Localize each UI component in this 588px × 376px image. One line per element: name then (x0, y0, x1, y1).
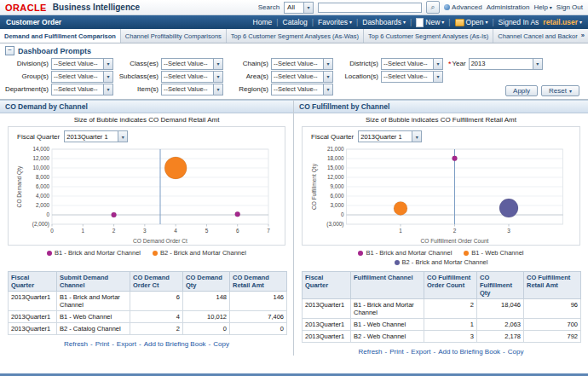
apply-button[interactable]: Apply (505, 85, 538, 96)
co-fulfillment-panel-title: CO Fulfillment by Channel (294, 100, 588, 113)
class-value: --Select Value-- (162, 60, 213, 67)
oracle-logo: ORACLE (5, 3, 47, 13)
fulfillment-fiscal-quarter-select[interactable]: 2013Quarter 1 ▾ (358, 130, 422, 142)
open-folder-icon (455, 19, 464, 26)
co-demand-subtitle: Size of Bubble indicates CO Demand Retai… (0, 113, 293, 125)
region-select[interactable]: --Select Value-- ▾ (271, 84, 333, 95)
legend-item: B2 - Brick and Mortar Channel (395, 258, 488, 266)
search-scope-select[interactable]: All ▾ (284, 2, 314, 14)
svg-text:1: 1 (399, 228, 402, 234)
print-link[interactable]: Print (95, 340, 109, 348)
subclass-select[interactable]: --Select Value-- ▾ (161, 71, 223, 83)
reset-button[interactable]: Reset ▾ (541, 85, 579, 96)
table-cell: 2013Quarter1 (303, 331, 351, 343)
signed-in-user-menu[interactable]: retail.user ▾ (543, 18, 582, 26)
legend-label: B1 - Web Channel (471, 249, 523, 257)
area-select[interactable]: --Select Value-- ▾ (271, 71, 333, 83)
favorites-label: Favorites (318, 18, 348, 26)
refresh-link[interactable]: Refresh (359, 348, 383, 356)
caret-down-icon: ▾ (213, 72, 222, 82)
svg-text:0: 0 (50, 228, 54, 234)
legend-item: B2 - Brick and Mortar Channel (153, 249, 246, 257)
item-select[interactable]: --Select Value-- ▾ (161, 84, 223, 95)
table-cell: 1 (424, 319, 477, 331)
table-header-row: Fiscal Quarter Submit Demand Channel CO … (9, 272, 287, 292)
nav-home[interactable]: Home (253, 18, 273, 26)
copy-link[interactable]: Copy (508, 348, 524, 356)
svg-text:3,000: 3,000 (331, 202, 344, 208)
group-select[interactable]: --Select Value-- ▾ (51, 71, 113, 83)
caret-down-icon: ▾ (485, 20, 487, 25)
nav-favorites-menu[interactable]: Favorites ▾ (318, 18, 352, 26)
username: retail.user (543, 18, 578, 26)
subclass-value: --Select Value-- (162, 72, 213, 80)
svg-text:6,000: 6,000 (36, 183, 49, 189)
copy-link[interactable]: Copy (213, 340, 229, 348)
search-input[interactable] (318, 3, 422, 13)
caret-down-icon: ▾ (323, 72, 332, 82)
fiscal-quarter-value: 2013Quarter 1 (359, 133, 412, 141)
caret-down-icon: ▾ (403, 20, 406, 25)
help-menu[interactable]: Help ▾ (533, 3, 551, 11)
column-header: CO Fulfillment Retail Amt (524, 272, 581, 299)
class-select[interactable]: --Select Value-- ▾ (161, 58, 223, 70)
caret-down-icon: ▾ (441, 20, 444, 25)
search-go-button[interactable]: ⌕ (426, 1, 440, 14)
demand-fiscal-quarter-select[interactable]: 2013Quarter 1 ▾ (64, 130, 128, 142)
tab-top6-segment-analyses-as-is[interactable]: Top 6 Customer Segment Analyses (As-Is) (364, 29, 493, 43)
collapse-section-icon[interactable]: − (5, 46, 14, 55)
export-link[interactable]: Export (117, 340, 136, 348)
demand-bubble-chart[interactable]: (2,000)02,0004,0006,0008,00010,00012,000… (10, 144, 283, 245)
table-cell: 700 (524, 319, 581, 331)
table-cell: 0 (230, 323, 287, 335)
tab-channel-profitability-comparisons[interactable]: Channel Profitability Comparisons (121, 29, 227, 43)
add-to-briefing-book-link[interactable]: Add to Briefing Book (438, 348, 500, 356)
global-navbar: Customer Order Home | Catalog | Favorite… (0, 15, 588, 29)
co-fulfillment-chart-view: Fiscal Quarter 2013Quarter 1 ▾ (3,000)03… (302, 126, 580, 246)
search-icon: ⌕ (431, 3, 435, 12)
caret-down-icon: ▾ (323, 59, 332, 69)
column-header: CO Fulfillment Order Count (424, 272, 477, 299)
tab-channel-cancel-backorder-correlation[interactable]: Channel Cancel and Backorder Correlation (493, 29, 588, 43)
location-select[interactable]: --Select Value-- ▾ (381, 71, 443, 83)
administration-link[interactable]: Administration (487, 3, 530, 11)
svg-text:8,000: 8,000 (36, 174, 49, 180)
caret-down-icon: ▾ (579, 20, 582, 25)
export-link[interactable]: Export (411, 348, 430, 356)
region-value: --Select Value-- (272, 85, 323, 93)
nav-open-menu[interactable]: Open ▾ (455, 18, 488, 26)
tab-top6-segment-analyses-as-was[interactable]: Top 6 Customer Segment Analyses (As-Was) (227, 29, 364, 43)
legend-label: B2 - Brick and Mortar Channel (402, 258, 488, 266)
refresh-link[interactable]: Refresh (64, 340, 88, 348)
table-cell: 2013Quarter1 (303, 299, 351, 319)
fiscal-quarter-label: Fiscal Quarter (17, 133, 60, 141)
chain-label: Chain(s) (223, 60, 271, 67)
caret-down-icon: ▾ (550, 5, 552, 10)
division-value: --Select Value-- (52, 60, 103, 67)
chain-select[interactable]: --Select Value-- ▾ (271, 58, 333, 70)
fulfillment-view-links: Refresh-Print-Export-Add to Briefing Boo… (294, 343, 588, 356)
table-row: 2013Quarter1 B1 - Web Channel 4 10,012 7… (9, 311, 287, 323)
group-value: --Select Value-- (52, 72, 103, 80)
division-select[interactable]: --Select Value-- ▾ (51, 58, 113, 70)
print-link[interactable]: Print (389, 348, 403, 356)
legend-item: B1 - Brick and Mortar Channel (358, 249, 452, 257)
fulfillment-bubble-chart[interactable]: (3,000)03,0006,0009,00012,00015,00018,00… (304, 144, 578, 245)
tab-overflow-icon[interactable]: » (578, 29, 588, 42)
nav-dashboards-menu[interactable]: Dashboards ▾ (362, 18, 406, 26)
nav-catalog[interactable]: Catalog (283, 18, 308, 26)
tab-demand-and-fulfillment-comparison[interactable]: Demand and Fulfillment Comparison (0, 29, 121, 43)
new-label: New (425, 18, 440, 26)
department-select[interactable]: --Select Value-- ▾ (51, 84, 113, 95)
nav-new-menu[interactable]: New ▾ (416, 18, 444, 27)
table-cell: B2 - Catalog Channel (57, 323, 130, 335)
advanced-link[interactable]: Advanced (444, 3, 482, 11)
table-cell: 6 (130, 292, 183, 311)
svg-text:CO Demand Order Ct: CO Demand Order Ct (133, 238, 187, 244)
district-label: District(s) (333, 60, 381, 67)
add-to-briefing-book-link[interactable]: Add to Briefing Book (144, 340, 206, 348)
year-select[interactable]: 2013 ▾ (469, 58, 543, 70)
location-label: Location(s) (333, 72, 381, 80)
district-select[interactable]: --Select Value-- ▾ (381, 58, 443, 70)
sign-out-link[interactable]: Sign Out (556, 3, 583, 11)
